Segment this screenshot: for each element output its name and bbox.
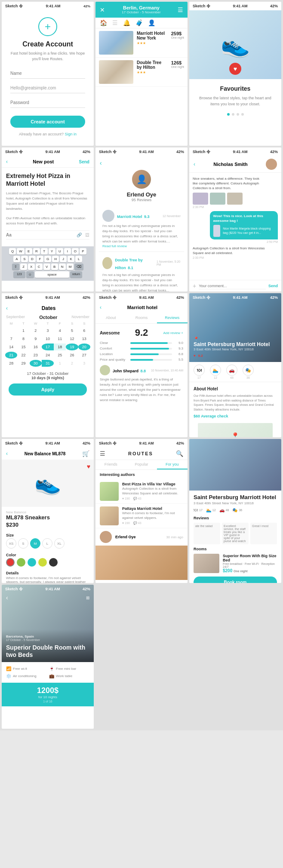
cal-day-4[interactable]: 4 [54,327,66,334]
tab-for-you[interactable]: For you [157,460,188,469]
dot-4[interactable] [241,113,244,116]
dot-2[interactable] [232,113,234,116]
cal-day-22[interactable]: 22 [17,352,29,359]
apply-dates-button[interactable]: Apply [9,383,87,396]
key-c[interactable]: C [36,264,43,270]
send-button[interactable]: Send [268,284,278,288]
key-w[interactable]: W [17,248,25,255]
link-icon[interactable]: 🔗 [77,233,82,237]
menu-icon[interactable]: ☰ [100,450,105,457]
send-button[interactable]: Send [79,159,89,164]
cal-day-28[interactable]: 28 [5,360,17,367]
size-xl[interactable]: XL [54,538,65,549]
filter-icon[interactable]: ⊞ [86,595,89,600]
action-icon-3[interactable]: 🚗 48 [226,365,237,379]
author-item-2[interactable]: Pattaya Marriott Hotel When it comes to … [95,504,188,528]
tab-friends[interactable]: Friends [95,460,126,469]
size-l[interactable]: L [42,538,52,549]
cal-day-23[interactable]: 23 [30,352,42,359]
back-button[interactable]: ‹ [100,159,102,166]
search-icon[interactable]: ☰ [112,19,118,26]
close-button[interactable]: ✕ [100,6,105,13]
cal-day-24[interactable]: 24 [42,352,54,359]
cal-day-15[interactable]: 15 [17,344,29,350]
key-b[interactable]: B [51,264,58,270]
key-i[interactable]: I [64,248,71,255]
color-yellow[interactable] [38,558,47,567]
cal-day-11[interactable]: 11 [54,335,66,342]
dot-1[interactable] [227,113,230,116]
create-account-button[interactable]: Create account [10,116,85,128]
home-icon[interactable]: 🏠 [100,19,107,26]
back-button[interactable]: ‹ [6,451,8,457]
key-o[interactable]: O [72,248,79,255]
color-teal[interactable] [28,558,36,567]
key-space[interactable]: space [35,271,69,278]
key-shift[interactable]: ⇧ [12,264,19,270]
bag-icon[interactable]: 🧳 [135,19,143,26]
key-s[interactable]: S [21,256,28,262]
cal-day-20[interactable]: 20 [78,344,90,350]
key-n[interactable]: N [59,264,66,270]
filter-icon[interactable]: ☰ [178,6,183,13]
month-oct[interactable]: October [39,315,57,320]
month-nov[interactable]: November [71,315,89,320]
key-p[interactable]: P [80,248,86,255]
cart-icon[interactable]: 🛒 [82,450,89,457]
cal-day-16[interactable]: 16 [30,344,42,350]
hotel-map[interactable]: 📍 [198,423,273,438]
wishlist-icon[interactable]: ♥ [87,463,90,470]
action-icon-4[interactable]: 🎭 36 [243,365,254,379]
key-j[interactable]: J [60,256,67,262]
image-icon[interactable]: 🖼 [85,233,89,237]
cal-day-26[interactable]: 26 [66,352,78,359]
signin-link[interactable]: Sign in [65,132,77,136]
month-sep[interactable]: September [6,315,25,320]
attach-icon[interactable]: + [193,282,196,289]
tab-rooms[interactable]: Rooms [126,313,157,323]
cal-day-27[interactable]: 27 [78,352,90,359]
text-format-icon[interactable]: Aa [6,233,12,237]
cal-day-3[interactable]: 3 [42,327,54,334]
key-y[interactable]: Y [49,248,55,255]
cal-day-6[interactable]: 6 [78,327,90,334]
key-delete[interactable]: ⌫ [74,264,83,270]
email-field[interactable] [10,83,85,93]
key-return[interactable]: return [70,271,82,278]
color-black[interactable] [49,558,58,567]
key-z[interactable]: Z [20,264,27,270]
key-q[interactable]: Q [9,248,16,255]
cal-day-29[interactable]: 29 [17,360,29,367]
key-l[interactable]: L [75,256,82,262]
name-field[interactable] [10,68,85,79]
key-f[interactable]: F [37,256,43,262]
key-t[interactable]: T [41,248,48,255]
key-k[interactable]: K [68,256,74,262]
action-icon-1[interactable]: 🍽 17 [194,365,205,379]
color-red[interactable] [6,558,15,567]
key-g[interactable]: G [44,256,51,262]
color-green[interactable] [17,558,25,567]
key-h[interactable]: H [52,256,59,262]
password-field[interactable] [10,98,85,108]
key-r[interactable]: R [33,248,40,255]
cal-day-21[interactable]: 21 [5,352,17,359]
key-x[interactable]: X [28,264,35,270]
cal-day-31[interactable]: 31 [42,360,54,367]
key-m[interactable]: M [67,264,74,270]
key-emoji[interactable]: ☺ [26,271,34,278]
key-v[interactable]: V [43,264,50,270]
back-button[interactable]: ‹ [194,161,195,167]
cal-day-25[interactable]: 25 [54,352,66,359]
size-xs[interactable]: XS [6,538,16,549]
search-icon[interactable]: 🔍 [176,450,183,457]
key-a[interactable]: A [13,256,20,262]
cal-day-19[interactable]: 19 [66,344,78,350]
size-s[interactable]: S [18,538,28,549]
favourite-heart-icon[interactable]: ♥ [229,63,241,75]
read-more-link-1[interactable]: Read full review [102,244,181,248]
book-room-button[interactable]: Book room [194,577,277,583]
user-icon[interactable]: 👤 [148,19,155,26]
cal-day-9[interactable]: 9 [30,335,42,342]
cal-day-5[interactable]: 5 [66,327,78,334]
